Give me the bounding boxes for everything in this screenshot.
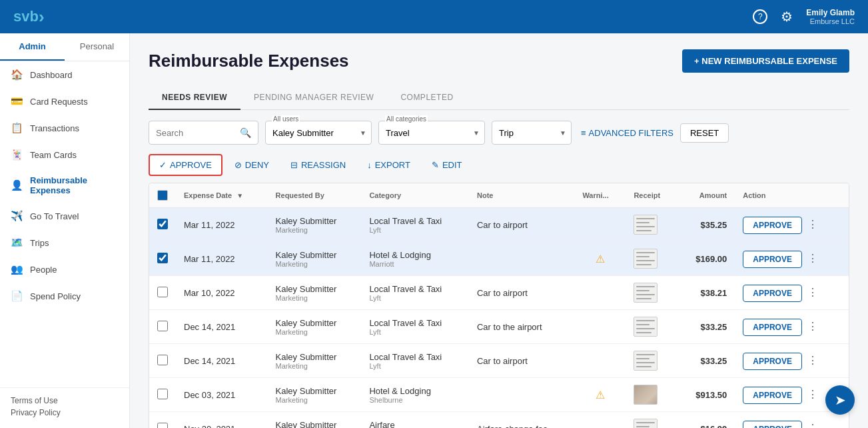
approve-label: APPROVE xyxy=(170,160,212,170)
help-icon[interactable]: ? xyxy=(753,9,767,24)
user-menu[interactable]: Emily Glamb Emburse LLC xyxy=(806,8,855,25)
privacy-policy-link[interactable]: Privacy Policy xyxy=(11,408,119,417)
sidebar-label-dashboard: Dashboard xyxy=(30,70,73,80)
cell-category: Local Travel & TaxiLyft xyxy=(361,344,469,378)
top-nav: svb› ? ⚙ Emily Glamb Emburse LLC xyxy=(0,0,868,33)
cell-action: APPROVE ⋮ xyxy=(735,208,849,242)
reassign-button[interactable]: ⊟ REASSIGN xyxy=(281,155,355,175)
row-approve-button[interactable]: APPROVE xyxy=(743,387,802,404)
sidebar: Admin Personal 🏠 Dashboard 💳 Card Reques… xyxy=(0,33,130,428)
row-more-button[interactable]: ⋮ xyxy=(805,283,821,301)
search-icon: 🔍 xyxy=(240,127,251,138)
sidebar-item-card-requests[interactable]: 💳 Card Requests xyxy=(0,88,129,115)
tab-pending-manager[interactable]: PENDING MANAGER REVIEW xyxy=(240,86,387,109)
trip-filter-wrap: Trip ▼ xyxy=(492,121,572,145)
page-header: Reimbursable Expenses + NEW REIMBURSABLE… xyxy=(149,49,849,73)
cell-receipt[interactable] xyxy=(626,242,677,276)
warning-icon: ⚠ xyxy=(596,253,605,265)
cell-receipt[interactable] xyxy=(626,412,677,429)
col-expense-date[interactable]: Expense Date ▼ xyxy=(176,183,268,208)
receipt-thumbnail[interactable] xyxy=(634,317,657,337)
deny-button[interactable]: ⊘ DENY xyxy=(225,155,278,175)
cell-amount: $33.25 xyxy=(677,344,735,378)
user-filter-select[interactable]: Kaley Submitter xyxy=(265,121,372,145)
row-approve-button[interactable]: APPROVE xyxy=(743,251,802,268)
receipt-thumbnail[interactable] xyxy=(634,283,657,303)
cell-note: Car to airport xyxy=(469,344,574,378)
col-receipt: Receipt xyxy=(626,183,677,208)
sidebar-item-reimbursable[interactable]: 👤 Reimbursable Expenses xyxy=(0,168,129,203)
search-input[interactable] xyxy=(156,128,236,138)
row-approve-button[interactable]: APPROVE xyxy=(743,421,802,428)
transactions-icon: 📋 xyxy=(11,122,23,134)
edit-button[interactable]: ✎ EDIT xyxy=(422,155,472,175)
row-checkbox[interactable] xyxy=(157,287,168,297)
col-amount: Amount xyxy=(677,183,735,208)
row-more-button[interactable]: ⋮ xyxy=(805,317,821,335)
cell-note xyxy=(469,378,574,412)
row-more-button[interactable]: ⋮ xyxy=(805,249,821,267)
sidebar-label-card-requests: Card Requests xyxy=(30,97,88,107)
chat-button[interactable]: ➤ xyxy=(825,385,855,415)
row-checkbox[interactable] xyxy=(157,219,168,229)
export-button[interactable]: ↓ EXPORT xyxy=(358,155,420,175)
cell-date: Mar 10, 2022 xyxy=(176,276,268,310)
receipt-thumbnail[interactable] xyxy=(634,419,657,428)
cell-requestor: Kaley SubmitterMarketing xyxy=(268,276,362,310)
sidebar-item-go-to-travel[interactable]: ✈️ Go To Travel xyxy=(0,203,129,229)
cell-warning xyxy=(574,310,626,344)
row-more-button[interactable]: ⋮ xyxy=(805,385,821,403)
new-reimbursable-button[interactable]: + NEW REIMBURSABLE EXPENSE xyxy=(682,49,849,73)
table-row: Nov 30, 2021Kaley SubmitterMarketingAirf… xyxy=(149,412,849,429)
home-icon: 🏠 xyxy=(11,69,23,81)
settings-icon[interactable]: ⚙ xyxy=(781,9,793,25)
cell-date: Dec 14, 2021 xyxy=(176,344,268,378)
row-approve-button[interactable]: APPROVE xyxy=(743,217,802,234)
tab-completed[interactable]: COMPLETED xyxy=(387,86,466,109)
sidebar-item-team-cards[interactable]: 🃏 Team Cards xyxy=(0,141,129,168)
cell-amount: $169.00 xyxy=(677,242,735,276)
main-tabs: NEEDS REVIEW PENDING MANAGER REVIEW COMP… xyxy=(149,86,849,110)
col-note: Note xyxy=(469,183,574,208)
select-all-checkbox[interactable] xyxy=(157,190,168,201)
cell-receipt[interactable] xyxy=(626,378,677,412)
advanced-filters-button[interactable]: ≡ ADVANCED FILTERS xyxy=(581,128,673,138)
row-more-button[interactable]: ⋮ xyxy=(805,215,821,233)
receipt-thumbnail[interactable] xyxy=(634,351,657,371)
tab-needs-review[interactable]: NEEDS REVIEW xyxy=(149,86,240,110)
search-box[interactable]: 🔍 xyxy=(149,121,258,145)
receipt-thumbnail[interactable] xyxy=(634,385,657,405)
cell-receipt[interactable] xyxy=(626,208,677,242)
row-checkbox[interactable] xyxy=(157,355,168,365)
row-approve-button[interactable]: APPROVE xyxy=(743,319,802,336)
cell-receipt[interactable] xyxy=(626,276,677,310)
category-filter-select[interactable]: Travel xyxy=(378,121,485,145)
reset-button[interactable]: RESET xyxy=(680,123,729,143)
row-more-button[interactable]: ⋮ xyxy=(805,419,821,428)
tab-personal[interactable]: Personal xyxy=(65,33,129,61)
user-filter-label: All users xyxy=(272,115,300,123)
receipt-thumbnail[interactable] xyxy=(634,249,657,269)
cell-receipt[interactable] xyxy=(626,310,677,344)
cell-receipt[interactable] xyxy=(626,344,677,378)
sidebar-item-spend-policy[interactable]: 📄 Spend Policy xyxy=(0,283,129,309)
row-checkbox[interactable] xyxy=(157,253,168,263)
tab-admin[interactable]: Admin xyxy=(0,33,65,61)
sidebar-item-trips[interactable]: 🗺️ Trips xyxy=(0,229,129,256)
row-more-button[interactable]: ⋮ xyxy=(805,351,821,369)
page-title: Reimbursable Expenses xyxy=(149,51,349,71)
sidebar-item-people[interactable]: 👥 People xyxy=(0,256,129,283)
table-header-row: Expense Date ▼ Requested By Category Not… xyxy=(149,183,849,208)
trip-filter-select[interactable]: Trip xyxy=(492,121,572,145)
approve-button[interactable]: ✓ APPROVE xyxy=(149,154,222,176)
terms-of-use-link[interactable]: Terms of Use xyxy=(11,396,119,405)
row-checkbox[interactable] xyxy=(157,423,168,429)
row-approve-button[interactable]: APPROVE xyxy=(743,353,802,370)
row-approve-button[interactable]: APPROVE xyxy=(743,285,802,302)
row-checkbox[interactable] xyxy=(157,389,168,399)
row-checkbox[interactable] xyxy=(157,321,168,331)
receipt-thumbnail[interactable] xyxy=(634,215,657,235)
action-row: ✓ APPROVE ⊘ DENY ⊟ REASSIGN ↓ EXPORT ✎ E… xyxy=(149,154,849,176)
sidebar-item-transactions[interactable]: 📋 Transactions xyxy=(0,115,129,141)
sidebar-item-dashboard[interactable]: 🏠 Dashboard xyxy=(0,61,129,88)
